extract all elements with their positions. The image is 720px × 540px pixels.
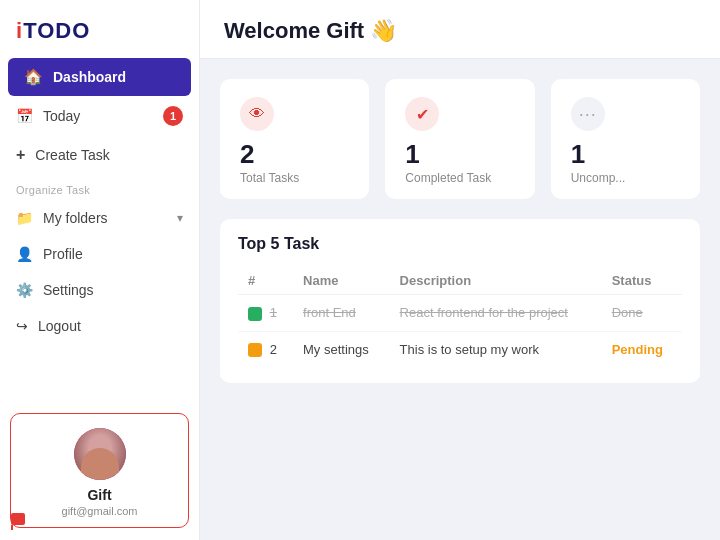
stat-card-completed-tasks: ✔ 1 Completed Task (385, 79, 534, 199)
sidebar-item-today[interactable]: 📅 Today 1 (0, 96, 199, 136)
dots-icon: ··· (579, 104, 597, 125)
sidebar-item-label: Dashboard (53, 69, 126, 85)
check-icon: ✔ (416, 105, 429, 124)
eye-icon: 👁 (249, 105, 265, 123)
task-color-dot (248, 343, 262, 357)
stat-card-total-tasks: 👁 2 Total Tasks (220, 79, 369, 199)
plus-icon: + (16, 146, 25, 164)
main-content: Welcome Gift 👋 👁 2 Total Tasks ✔ 1 Compl… (200, 0, 720, 540)
sidebar-item-label: My folders (43, 210, 108, 226)
col-num: # (238, 267, 293, 295)
sidebar-item-create-task[interactable]: + Create Task (0, 136, 199, 174)
user-icon: 👤 (16, 246, 33, 262)
avatar (74, 428, 126, 480)
user-name: Gift (87, 487, 111, 503)
sidebar-item-label: Create Task (35, 147, 109, 163)
total-tasks-label: Total Tasks (240, 171, 349, 185)
folder-icon: 📁 (16, 210, 33, 226)
task-color-dot (248, 307, 262, 321)
table-row: 1 front End React frontend for the proje… (238, 295, 682, 332)
cell-status: Pending (602, 331, 682, 367)
col-name: Name (293, 267, 390, 295)
svg-rect-1 (11, 525, 13, 530)
uncompleted-tasks-num: 1 (571, 141, 680, 167)
cell-num: 2 (238, 331, 293, 367)
completed-tasks-icon-wrap: ✔ (405, 97, 439, 131)
sidebar-item-my-folders[interactable]: 📁 My folders ▾ (0, 200, 199, 236)
sidebar-item-label: Settings (43, 282, 94, 298)
chevron-down-icon: ▾ (177, 211, 183, 225)
total-tasks-num: 2 (240, 141, 349, 167)
gear-icon: ⚙️ (16, 282, 33, 298)
sidebar-nav: 🏠 Dashboard 📅 Today 1 + Create Task Orga… (0, 58, 199, 405)
sidebar-item-settings[interactable]: ⚙️ Settings (0, 272, 199, 308)
cell-num: 1 (238, 295, 293, 332)
sidebar-item-label: Profile (43, 246, 83, 262)
sidebar-item-dashboard[interactable]: 🏠 Dashboard (8, 58, 191, 96)
sidebar-item-label: Logout (38, 318, 81, 334)
cell-name: My settings (293, 331, 390, 367)
cell-description: React frontend for the project (390, 295, 602, 332)
organize-task-label: Organize Task (0, 174, 199, 200)
today-badge: 1 (163, 106, 183, 126)
calendar-icon: 📅 (16, 108, 33, 124)
stat-card-uncompleted-tasks: ··· 1 Uncomp... (551, 79, 700, 199)
main-body: 👁 2 Total Tasks ✔ 1 Completed Task ··· 1… (200, 59, 720, 540)
logout-icon: ↪ (16, 318, 28, 334)
sidebar-item-logout[interactable]: ↪ Logout (0, 308, 199, 344)
completed-tasks-num: 1 (405, 141, 514, 167)
logo-todo: TODO (23, 18, 90, 43)
sidebar-item-label: Today (43, 108, 80, 124)
bottom-icon[interactable] (8, 510, 30, 532)
user-email: gift@gmail.com (62, 505, 138, 517)
flag-icon (9, 511, 29, 531)
sidebar: iTODO 🏠 Dashboard 📅 Today 1 + Create Tas… (0, 0, 200, 540)
home-icon: 🏠 (24, 68, 43, 86)
table-title: Top 5 Task (238, 235, 682, 253)
cell-description: This is to setup my work (390, 331, 602, 367)
col-status: Status (602, 267, 682, 295)
logo: iTODO (0, 0, 199, 58)
user-profile-card: Gift gift@gmail.com (10, 413, 189, 528)
uncompleted-tasks-label: Uncomp... (571, 171, 680, 185)
total-tasks-icon-wrap: 👁 (240, 97, 274, 131)
cell-status: Done (602, 295, 682, 332)
stats-row: 👁 2 Total Tasks ✔ 1 Completed Task ··· 1… (220, 79, 700, 199)
task-table: # Name Description Status 1 front End Re… (238, 267, 682, 367)
uncompleted-tasks-icon-wrap: ··· (571, 97, 605, 131)
welcome-heading: Welcome Gift 👋 (224, 18, 696, 44)
table-row: 2 My settings This is to setup my work P… (238, 331, 682, 367)
top5-task-section: Top 5 Task # Name Description Status 1 f… (220, 219, 700, 383)
main-header: Welcome Gift 👋 (200, 0, 720, 59)
svg-rect-0 (11, 513, 25, 525)
col-description: Description (390, 267, 602, 295)
cell-name: front End (293, 295, 390, 332)
sidebar-item-profile[interactable]: 👤 Profile (0, 236, 199, 272)
completed-tasks-label: Completed Task (405, 171, 514, 185)
